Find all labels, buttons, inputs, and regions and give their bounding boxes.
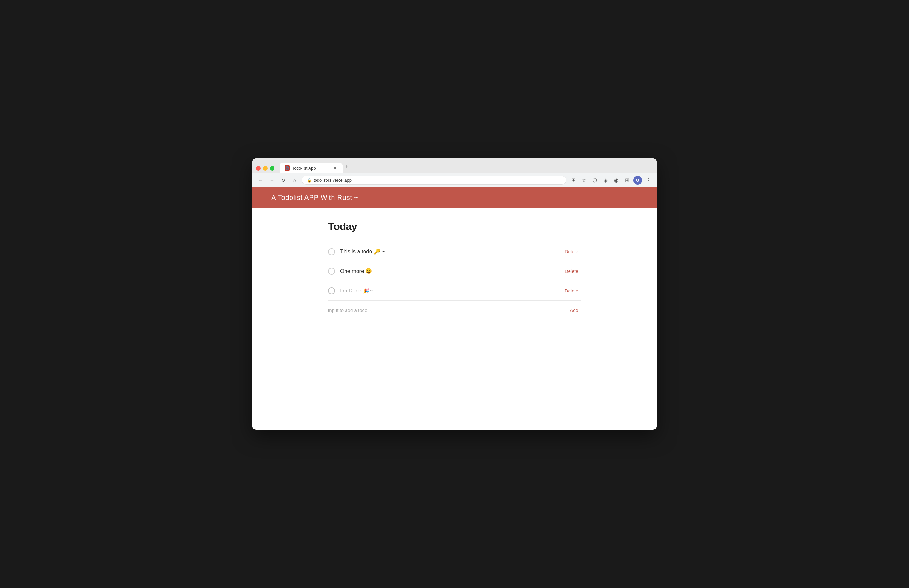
security-lock-icon: 🔒 [307,178,312,183]
back-button[interactable]: ← [256,176,265,185]
traffic-lights [256,166,274,173]
maximize-button[interactable] [270,166,274,171]
delete-button-2[interactable]: Delete [562,267,581,275]
new-tab-button[interactable]: + [343,162,351,173]
minimize-button[interactable] [263,166,268,171]
reload-button[interactable]: ↻ [279,176,288,185]
tab-close-button[interactable]: × [333,165,337,171]
url-text: todolist-rs.vercel.app [314,178,352,183]
profile-avatar[interactable]: U [633,176,642,185]
translate-icon[interactable]: ⊞ [569,176,578,185]
todo-checkbox-3[interactable] [328,288,335,294]
browser-window: 🌐 Todo-list App × + ← → ↻ ⌂ 🔒 todolist-r… [252,158,657,430]
menu-icon[interactable]: ⋮ [644,176,653,185]
todo-text-1: This is a todo 🔑 ~ [340,248,557,255]
todo-item: One more 😀 ~ Delete [328,262,581,281]
app-content: Today This is a todo 🔑 ~ Delete One more… [252,208,657,429]
todo-checkbox-1[interactable] [328,248,335,255]
forward-button[interactable]: → [268,176,276,185]
delete-button-1[interactable]: Delete [562,247,581,255]
page-title: Today [328,221,581,233]
todo-checkbox-2[interactable] [328,268,335,275]
tab-favicon: 🌐 [284,165,290,171]
active-tab[interactable]: 🌐 Todo-list App × [279,163,343,173]
extension2-icon[interactable]: ◈ [601,176,610,185]
chrome-titlebar: 🌐 Todo-list App × + [252,158,657,173]
extensions-icon[interactable]: ⊞ [623,176,631,185]
add-todo-row: Add [328,300,581,320]
bookmark-icon[interactable]: ☆ [580,176,588,185]
add-todo-input[interactable] [328,308,562,313]
todo-text-3: I'm Done 🎉~ [340,288,557,294]
app-header: A Todolist APP With Rust ~ [252,187,657,208]
close-button[interactable] [256,166,261,171]
home-button[interactable]: ⌂ [290,176,299,185]
app-title: A Todolist APP With Rust ~ [271,194,358,202]
todo-item: This is a todo 🔑 ~ Delete [328,242,581,262]
todo-list: Today This is a todo 🔑 ~ Delete One more… [328,221,581,320]
delete-button-3[interactable]: Delete [562,287,581,295]
extension-icon[interactable]: ⬡ [590,176,599,185]
chrome-toolbar: ← → ↻ ⌂ 🔒 todolist-rs.vercel.app ⊞ ☆ ⬡ ◈… [252,173,657,187]
extension3-icon[interactable]: ◉ [612,176,621,185]
toolbar-icons: ⊞ ☆ ⬡ ◈ ◉ ⊞ U ⋮ [569,176,653,185]
tabs-row: 🌐 Todo-list App × + [256,162,653,173]
todo-text-2: One more 😀 ~ [340,268,557,275]
todo-item: I'm Done 🎉~ Delete [328,281,581,300]
address-bar[interactable]: 🔒 todolist-rs.vercel.app [302,176,566,185]
add-todo-button[interactable]: Add [567,306,581,314]
tab-title: Todo-list App [292,166,315,171]
